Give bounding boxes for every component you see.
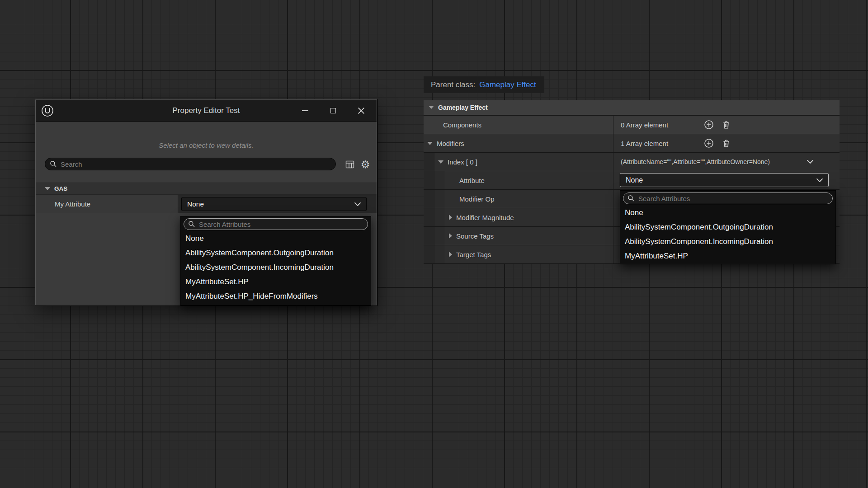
minimize-icon — [302, 110, 308, 111]
row-value-cell: 0 Array element — [613, 116, 840, 134]
row-label: Components — [443, 121, 481, 129]
empty-array-button[interactable] — [721, 138, 731, 148]
attribute-option-outgoing-duration[interactable]: AbilitySystemComponent.OutgoingDuration — [620, 220, 835, 235]
row-name-cell: Target Tags — [424, 245, 613, 263]
row-label: Index [ 0 ] — [448, 158, 477, 166]
row-label: Source Tags — [456, 232, 494, 240]
row-label: Attribute — [445, 177, 485, 184]
chevron-down-icon — [816, 178, 823, 183]
category-label: Gameplay Effect — [438, 104, 488, 111]
modifiers-row: Modifiers 1 Array element — [424, 134, 840, 152]
indent-guide — [424, 245, 434, 263]
attributes-search-input[interactable] — [638, 195, 828, 202]
row-name-cell: Source Tags — [424, 227, 613, 245]
array-actions — [704, 134, 731, 152]
expanded-arrow-icon[interactable] — [438, 160, 443, 164]
attribute-option-hp[interactable]: MyAttributeSet.HP — [620, 249, 835, 263]
combobox-value: None — [187, 200, 354, 208]
attribute-picker-dropdown: None AbilitySystemComponent.OutgoingDura… — [620, 190, 836, 264]
add-element-button[interactable] — [704, 138, 714, 148]
property-value-cell: None — [178, 195, 377, 213]
parent-class-banner: Parent class: Gameplay Effect — [424, 76, 544, 93]
index-0-row: Index [ 0 ] (AttributeName="",Attribute=… — [424, 153, 840, 171]
indent-guide — [424, 190, 434, 208]
attribute-option-incoming-duration[interactable]: AbilitySystemComponent.IncomingDuration — [181, 260, 371, 275]
window-titlebar[interactable]: Property Editor Test — [36, 100, 377, 122]
combobox-value: None — [626, 176, 816, 184]
row-value-cell: None — [613, 171, 840, 189]
search-icon — [188, 221, 195, 228]
indent-guide — [424, 208, 434, 226]
attribute-option-list: None AbilitySystemComponent.OutgoingDura… — [620, 206, 835, 263]
chevron-down-icon — [354, 202, 361, 206]
attributes-search-box[interactable] — [623, 192, 833, 204]
indent-guide — [424, 153, 434, 171]
settings-gear-icon[interactable]: ⚙ — [359, 159, 371, 170]
category-gameplay-effect[interactable]: Gameplay Effect — [424, 100, 840, 115]
expand-struct-button[interactable] — [807, 153, 813, 171]
my-attribute-row: My Attribute None — [36, 195, 377, 213]
row-name-cell: Components — [424, 116, 613, 134]
parent-class-link[interactable]: Gameplay Effect — [479, 80, 536, 89]
array-count: 0 Array element — [621, 121, 668, 129]
attributes-search-input[interactable] — [199, 221, 363, 228]
row-label: Modifier Op — [445, 195, 495, 203]
attribute-picker-dropdown: None AbilitySystemComponent.OutgoingDura… — [180, 216, 371, 305]
row-label: Target Tags — [456, 251, 491, 258]
indent-guide — [434, 227, 445, 245]
search-bar[interactable] — [45, 158, 336, 170]
attribute-option-incoming-duration[interactable]: AbilitySystemComponent.IncomingDuration — [620, 235, 835, 249]
components-row: Components 0 Array element — [424, 116, 840, 134]
close-button[interactable] — [353, 100, 369, 122]
row-name-cell: Attribute — [424, 171, 613, 189]
blueprint-grid-background: Property Editor Test Select an object to… — [0, 0, 868, 488]
chevron-down-icon — [807, 160, 813, 164]
column-view-icon[interactable] — [344, 159, 356, 170]
indent-guide — [424, 227, 434, 245]
indent-guide — [434, 190, 445, 208]
attribute-option-list: None AbilitySystemComponent.OutgoingDura… — [181, 231, 371, 304]
my-attribute-combobox[interactable]: None — [181, 197, 367, 211]
add-element-button[interactable] — [704, 120, 714, 130]
array-count: 1 Array element — [621, 140, 668, 147]
attribute-option-outgoing-duration[interactable]: AbilitySystemComponent.OutgoingDuration — [181, 246, 371, 260]
maximize-icon — [330, 108, 336, 113]
attribute-option-none[interactable]: None — [620, 206, 835, 220]
indent-guide — [424, 171, 434, 189]
row-value-cell: (AttributeName="",Attribute="",Attribute… — [613, 153, 840, 171]
search-icon — [50, 160, 57, 168]
collapsed-arrow-icon[interactable] — [449, 215, 452, 220]
indent-guide — [434, 171, 445, 189]
array-actions — [704, 116, 731, 134]
attribute-option-hp[interactable]: MyAttributeSet.HP — [181, 275, 371, 289]
row-name-cell: Modifier Op — [424, 190, 613, 208]
category-gas[interactable]: GAS — [36, 183, 377, 195]
row-label: Modifiers — [437, 140, 464, 147]
row-name-cell: Modifiers — [424, 134, 613, 152]
row-name-cell: Index [ 0 ] — [424, 153, 613, 171]
collapsed-arrow-icon[interactable] — [449, 252, 452, 257]
indent-guide — [434, 245, 445, 263]
expanded-arrow-icon[interactable] — [45, 187, 50, 190]
collapsed-arrow-icon[interactable] — [449, 233, 452, 239]
search-icon — [627, 195, 635, 202]
expanded-arrow-icon[interactable] — [429, 106, 434, 109]
attribute-row: Attribute None — [424, 171, 840, 189]
struct-preview-text: (AttributeName="",Attribute="",Attribute… — [621, 158, 770, 165]
attributes-search-box[interactable] — [184, 218, 368, 230]
row-value-cell: 1 Array element — [613, 134, 840, 152]
search-input[interactable] — [61, 160, 331, 168]
property-editor-window: Property Editor Test Select an object to… — [35, 99, 377, 305]
minimize-button[interactable] — [297, 100, 313, 122]
row-label: Modifier Magnitude — [456, 214, 514, 221]
attribute-combobox[interactable]: None — [620, 173, 829, 187]
row-name-cell: Modifier Magnitude — [424, 208, 613, 226]
empty-array-button[interactable] — [721, 120, 731, 130]
empty-selection-hint: Select an object to view details. — [36, 141, 377, 149]
expanded-arrow-icon[interactable] — [427, 142, 433, 145]
maximize-button[interactable] — [325, 100, 341, 122]
close-icon — [358, 108, 364, 114]
category-label: GAS — [54, 185, 67, 192]
attribute-option-none[interactable]: None — [181, 231, 371, 246]
attribute-option-hp-hide-from-modifiers[interactable]: MyAttributeSet.HP_HideFromModifiers — [181, 289, 371, 304]
